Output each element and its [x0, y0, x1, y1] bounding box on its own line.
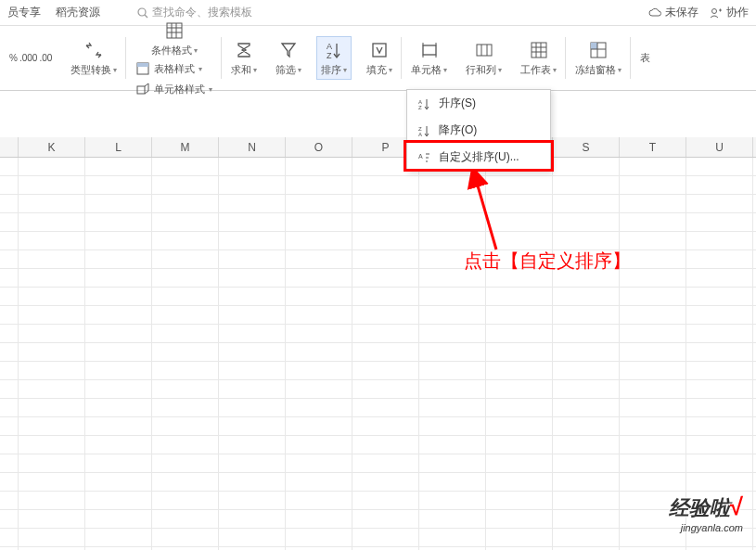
- cell[interactable]: [286, 288, 352, 305]
- cell[interactable]: [152, 492, 219, 509]
- cell[interactable]: [419, 325, 486, 342]
- cell[interactable]: [553, 158, 620, 175]
- cell[interactable]: [553, 454, 620, 472]
- cell[interactable]: [219, 176, 286, 194]
- cell[interactable]: [286, 510, 352, 528]
- doke-link[interactable]: 稻壳资源: [56, 5, 100, 20]
- cell[interactable]: [419, 362, 486, 379]
- cell[interactable]: [686, 158, 753, 175]
- cell[interactable]: [152, 399, 219, 416]
- cell[interactable]: [286, 362, 352, 379]
- cell[interactable]: [152, 417, 219, 435]
- cell[interactable]: [419, 417, 486, 435]
- cell[interactable]: [85, 176, 152, 194]
- cell[interactable]: [620, 306, 686, 324]
- cell[interactable]: [19, 473, 85, 491]
- cell[interactable]: [286, 250, 352, 268]
- cell[interactable]: [219, 288, 286, 305]
- cell[interactable]: [419, 288, 486, 305]
- cell[interactable]: [486, 213, 553, 231]
- cell[interactable]: [553, 510, 620, 528]
- cell[interactable]: [152, 529, 219, 546]
- cell[interactable]: [486, 399, 553, 416]
- cell[interactable]: [219, 158, 286, 175]
- cell[interactable]: [219, 362, 286, 379]
- cell[interactable]: [553, 492, 620, 509]
- cell[interactable]: [286, 343, 352, 361]
- cell[interactable]: [352, 232, 419, 249]
- cell[interactable]: [486, 269, 553, 287]
- column-header[interactable]: M: [152, 137, 219, 157]
- column-header[interactable]: U: [686, 137, 753, 157]
- cell[interactable]: [286, 176, 352, 194]
- cell[interactable]: [286, 492, 352, 509]
- cell[interactable]: [85, 158, 152, 175]
- cell[interactable]: [553, 195, 620, 212]
- cell[interactable]: [419, 343, 486, 361]
- cell[interactable]: [219, 232, 286, 249]
- cell[interactable]: [486, 362, 553, 379]
- cell[interactable]: [419, 232, 486, 249]
- cell[interactable]: [85, 417, 152, 435]
- cell[interactable]: [219, 250, 286, 268]
- cell[interactable]: [85, 343, 152, 361]
- cell[interactable]: [686, 288, 753, 305]
- cell[interactable]: [352, 454, 419, 472]
- row-col-button[interactable]: 行和列▾: [462, 37, 506, 79]
- cell[interactable]: [486, 417, 553, 435]
- sort-desc-item[interactable]: ZA 降序(O): [407, 117, 550, 144]
- cell[interactable]: [620, 232, 686, 249]
- cell[interactable]: [19, 306, 85, 324]
- cell[interactable]: [486, 473, 553, 491]
- cell[interactable]: [219, 195, 286, 212]
- cell[interactable]: [686, 195, 753, 212]
- cell[interactable]: [152, 362, 219, 379]
- cell-button[interactable]: 单元格▾: [407, 37, 451, 79]
- cell[interactable]: [686, 473, 753, 491]
- cell[interactable]: [686, 213, 753, 231]
- cell[interactable]: [686, 343, 753, 361]
- cell[interactable]: [553, 306, 620, 324]
- cell[interactable]: [686, 417, 753, 435]
- cell[interactable]: [85, 213, 152, 231]
- cell[interactable]: [620, 454, 686, 472]
- cell[interactable]: [620, 529, 686, 546]
- cell[interactable]: [85, 306, 152, 324]
- cell[interactable]: [620, 269, 686, 287]
- collab-button[interactable]: 协作: [710, 5, 749, 20]
- cell[interactable]: [486, 436, 553, 454]
- worksheet-button[interactable]: 工作表▾: [517, 37, 560, 79]
- cell[interactable]: [352, 529, 419, 546]
- cell[interactable]: [152, 325, 219, 342]
- cell[interactable]: [286, 473, 352, 491]
- decimal-inc-button[interactable]: .000: [19, 53, 37, 63]
- cell[interactable]: [486, 306, 553, 324]
- cell[interactable]: [85, 269, 152, 287]
- cell[interactable]: [19, 529, 85, 546]
- cell[interactable]: [486, 176, 553, 194]
- cell[interactable]: [19, 362, 85, 379]
- cell[interactable]: [19, 232, 85, 249]
- cell[interactable]: [19, 417, 85, 435]
- cell[interactable]: [553, 343, 620, 361]
- cell[interactable]: [352, 436, 419, 454]
- cell-style-button[interactable]: 单元格样式▾: [132, 80, 216, 98]
- cell[interactable]: [85, 454, 152, 472]
- cell[interactable]: [286, 454, 352, 472]
- cell[interactable]: [419, 510, 486, 528]
- cell[interactable]: [686, 325, 753, 342]
- cell[interactable]: [85, 250, 152, 268]
- cell[interactable]: [352, 492, 419, 509]
- cell[interactable]: [486, 195, 553, 212]
- cell[interactable]: [352, 269, 419, 287]
- cell[interactable]: [352, 325, 419, 342]
- cell[interactable]: [620, 195, 686, 212]
- cell[interactable]: [686, 269, 753, 287]
- cell[interactable]: [486, 288, 553, 305]
- member-link[interactable]: 员专享: [7, 5, 41, 20]
- cell[interactable]: [352, 380, 419, 398]
- cell[interactable]: [19, 510, 85, 528]
- cell[interactable]: [286, 380, 352, 398]
- cell[interactable]: [219, 473, 286, 491]
- cell[interactable]: [19, 380, 85, 398]
